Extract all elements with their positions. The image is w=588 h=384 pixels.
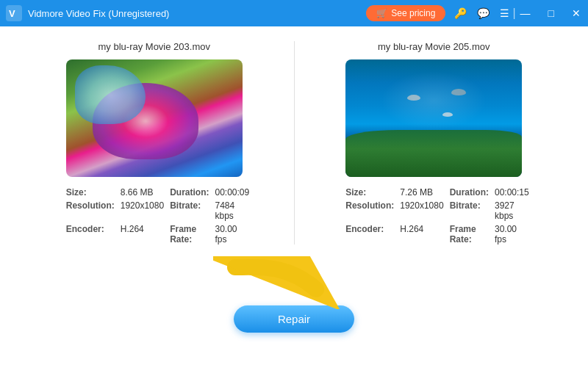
toolbar-icons: 🔑 💬 ☰ — [454, 7, 509, 19]
see-pricing-button[interactable]: 🛒 See pricing — [366, 5, 445, 21]
left-size-value: 8.66 MB — [121, 187, 164, 198]
left-duration-label: Duration: — [170, 187, 209, 198]
right-framerate-label: Frame Rate: — [450, 224, 489, 244]
title-bar: V Vidmore Video Fix (Unregistered) 🛒 See… — [0, 0, 588, 26]
right-framerate-value: 30.00 fps — [495, 224, 529, 244]
left-bitrate-label: Bitrate: — [170, 200, 209, 221]
right-panel-title: my blu-ray Movie 205.mov — [378, 41, 490, 52]
left-encoder-label: Encoder: — [66, 224, 115, 244]
right-panel: my blu-ray Movie 205.mov Size: 7.26 MB D… — [302, 41, 567, 244]
svg-text:V: V — [9, 8, 15, 19]
left-panel: my blu-ray Movie 203.mov Size: 8.66 MB D… — [22, 41, 287, 244]
pricing-label: See pricing — [391, 8, 435, 18]
left-framerate-value: 30.00 fps — [215, 224, 249, 244]
main-content: my blu-ray Movie 203.mov Size: 8.66 MB D… — [0, 26, 588, 384]
right-encoder-label: Encoder: — [345, 224, 394, 244]
right-encoder-value: H.264 — [400, 224, 443, 244]
menu-icon[interactable]: ☰ — [500, 7, 509, 19]
right-bitrate-value: 3927 kbps — [495, 200, 529, 221]
window-controls: — □ ✕ — [519, 7, 582, 19]
left-duration-value: 00:00:09 — [215, 187, 249, 198]
right-bitrate-label: Bitrate: — [450, 200, 489, 221]
right-video-thumbnail — [345, 59, 522, 177]
fish-2 — [442, 112, 453, 117]
flowers-thumbnail-image — [66, 59, 243, 177]
right-info-grid: Size: 7.26 MB Duration: 00:00:15 Resolut… — [345, 187, 522, 244]
fish-3 — [451, 89, 466, 95]
right-duration-label: Duration: — [450, 187, 489, 198]
ocean-thumbnail-image — [345, 59, 522, 177]
separator: | — [512, 7, 515, 20]
maximize-button[interactable]: □ — [547, 7, 556, 19]
left-panel-title: my blu-ray Movie 203.mov — [98, 41, 210, 52]
app-logo: V — [6, 5, 22, 21]
panels-row: my blu-ray Movie 203.mov Size: 8.66 MB D… — [22, 41, 566, 244]
arrow-icon — [213, 256, 375, 309]
cart-icon: 🛒 — [376, 8, 387, 18]
left-encoder-value: H.264 — [121, 224, 164, 244]
close-button[interactable]: ✕ — [570, 7, 582, 19]
right-size-value: 7.26 MB — [400, 187, 443, 198]
right-resolution-label: Resolution: — [345, 200, 394, 221]
repair-section: Repair — [22, 256, 566, 333]
left-bitrate-value: 7484 kbps — [215, 200, 249, 221]
left-resolution-value: 1920x1080 — [121, 200, 164, 221]
left-info-grid: Size: 8.66 MB Duration: 00:00:09 Resolut… — [66, 187, 243, 244]
left-video-thumbnail — [66, 59, 243, 177]
repair-button[interactable]: Repair — [234, 305, 354, 333]
left-framerate-label: Frame Rate: — [170, 224, 209, 244]
key-icon[interactable]: 🔑 — [454, 7, 467, 19]
panel-divider — [294, 41, 295, 244]
left-resolution-label: Resolution: — [66, 200, 115, 221]
right-size-label: Size: — [345, 187, 394, 198]
arrow-container — [213, 256, 375, 309]
minimize-button[interactable]: — — [519, 7, 532, 19]
message-icon[interactable]: 💬 — [477, 7, 490, 19]
right-duration-value: 00:00:15 — [495, 187, 529, 198]
fish-1 — [407, 95, 420, 101]
app-title: Vidmore Video Fix (Unregistered) — [28, 8, 366, 19]
left-size-label: Size: — [66, 187, 115, 198]
right-resolution-value: 1920x1080 — [400, 200, 443, 221]
